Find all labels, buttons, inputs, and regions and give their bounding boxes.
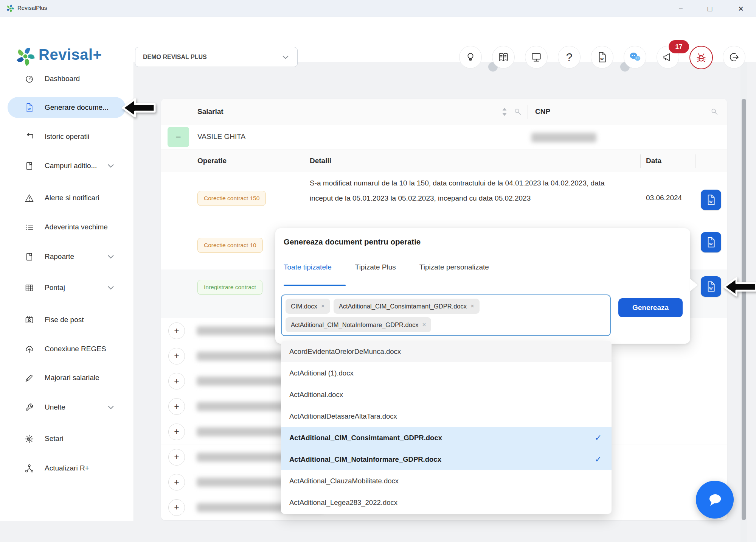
document-option-selected[interactable]: ActAditional_CIM_NotaInformare_GDPR.docx… bbox=[281, 449, 612, 470]
wrench-icon bbox=[24, 402, 34, 413]
remove-chip-icon[interactable]: × bbox=[422, 321, 426, 329]
document-option[interactable]: ActAditionalDetasareAltaTara.docx bbox=[281, 405, 612, 427]
question-icon: ? bbox=[566, 51, 573, 64]
search-icon[interactable] bbox=[514, 107, 522, 116]
column-divider bbox=[695, 154, 695, 168]
expand-row-button[interactable]: + bbox=[168, 474, 185, 491]
collapse-row-button[interactable]: − bbox=[168, 127, 189, 147]
scrollbar-thumb[interactable] bbox=[742, 99, 746, 520]
word-document-icon bbox=[705, 236, 717, 248]
chat-fab-button[interactable] bbox=[696, 481, 734, 519]
column-header-cnp[interactable]: CNP bbox=[535, 107, 550, 116]
document-option[interactable]: ActAditional_Legea283_2022.docx bbox=[281, 492, 612, 513]
selected-documents-input[interactable]: CIM.docx × ActAditional_CIM_Consimtamant… bbox=[281, 294, 611, 336]
generate-word-button[interactable] bbox=[701, 276, 721, 297]
word-document-icon bbox=[596, 51, 608, 63]
minimize-button[interactable]: − bbox=[672, 3, 689, 14]
bug-icon bbox=[695, 51, 707, 64]
logout-button[interactable] bbox=[723, 46, 745, 69]
annotation-arrow-sidebar bbox=[121, 98, 156, 118]
column-header-detalii[interactable]: Detalii bbox=[310, 157, 331, 165]
expand-row-button[interactable]: + bbox=[168, 398, 185, 415]
tab-tipizate-plus[interactable]: Tipizate Plus bbox=[355, 263, 396, 271]
operations-header-row: Operatie Detalii Data bbox=[161, 150, 727, 173]
document-option[interactable]: ActAditional.docx bbox=[281, 384, 612, 405]
word-document-icon bbox=[705, 194, 717, 206]
column-header-salariat[interactable]: Salariat bbox=[197, 107, 224, 116]
document-option[interactable]: AcordEvidentaOrelorDeMunca.docx bbox=[281, 341, 612, 362]
sidebar-item-majorari-salariale[interactable]: Majorari salariale bbox=[8, 367, 126, 388]
sidebar-item-conexiune-reges[interactable]: Conexiune REGES bbox=[8, 338, 126, 360]
expand-row-button[interactable]: + bbox=[168, 348, 185, 364]
expand-row-button[interactable]: + bbox=[168, 499, 185, 516]
app-logo-text: Revisal+ bbox=[39, 46, 102, 63]
generate-word-button[interactable] bbox=[701, 232, 721, 252]
sidebar-item-adeverinta-vechime[interactable]: Adeverinta vechime bbox=[8, 216, 126, 238]
expand-row-button[interactable]: + bbox=[168, 322, 185, 339]
sort-icon[interactable] bbox=[501, 107, 508, 117]
book-icon bbox=[497, 51, 509, 63]
sidebar-item-setari[interactable]: Setari bbox=[8, 428, 126, 449]
remote-screen-button[interactable] bbox=[525, 46, 548, 69]
remove-chip-icon[interactable]: × bbox=[470, 302, 474, 310]
cnp-value-redacted bbox=[531, 133, 596, 142]
check-icon: ✓ bbox=[595, 455, 602, 464]
remove-chip-icon[interactable]: × bbox=[321, 302, 325, 310]
chevron-down-icon bbox=[107, 283, 115, 292]
expand-row-button[interactable]: + bbox=[168, 424, 185, 440]
revisal-logo-icon bbox=[14, 45, 36, 67]
sidebar-item-campuri-aditionale[interactable]: Campuri aditio... bbox=[8, 155, 126, 176]
sidebar-item-generare-documente[interactable]: Generare docume... bbox=[8, 97, 126, 118]
speech-bubble-icon bbox=[705, 490, 725, 509]
sidebar-item-unelte[interactable]: Unelte bbox=[8, 397, 126, 418]
search-icon[interactable] bbox=[710, 107, 719, 116]
generate-document-popover: Genereaza document pentru operatie Toate… bbox=[275, 228, 690, 344]
expand-row-button[interactable]: + bbox=[168, 449, 185, 466]
report-bug-button[interactable] bbox=[689, 46, 713, 69]
chat-support-button[interactable] bbox=[624, 46, 646, 69]
column-header-operatie[interactable]: Operatie bbox=[197, 157, 227, 165]
sidebar-item-fise-de-post[interactable]: Fise de post bbox=[8, 309, 126, 330]
sidebar-item-dashboard[interactable]: Dashboard bbox=[8, 68, 126, 89]
column-header-data[interactable]: Data bbox=[646, 157, 661, 165]
documents-button[interactable] bbox=[591, 46, 613, 69]
genereaza-button[interactable]: Genereaza bbox=[618, 298, 683, 317]
operation-row[interactable]: Corectie contract 150 S-a modificat numa… bbox=[161, 172, 727, 225]
document-bookmark-icon bbox=[24, 161, 34, 171]
tab-toate-tipizatele[interactable]: Toate tipizatele bbox=[284, 263, 332, 271]
document-option[interactable]: ActAditional (1).docx bbox=[281, 362, 612, 384]
expand-row-button[interactable]: + bbox=[168, 373, 185, 389]
tips-button[interactable] bbox=[459, 46, 482, 69]
gauge-icon bbox=[24, 74, 34, 84]
help-button[interactable]: ? bbox=[558, 46, 581, 69]
company-selector[interactable]: DEMO REVISAL PLUS bbox=[135, 47, 298, 67]
check-icon: ✓ bbox=[595, 433, 602, 443]
badge-icon bbox=[24, 315, 34, 325]
tab-tipizate-personalizate[interactable]: Tipizate personalizate bbox=[419, 263, 489, 271]
document-chip: ActAditional_CIM_Consimtamant_GDPR.docx … bbox=[334, 299, 480, 314]
annotation-arrow-word-button bbox=[723, 277, 756, 297]
employee-row[interactable]: − VASILE GHITA bbox=[161, 125, 727, 150]
company-selector-value: DEMO REVISAL PLUS bbox=[143, 54, 207, 61]
document-option-selected[interactable]: ActAditional_CIM_Consimtamant_GDPR.docx … bbox=[281, 427, 612, 449]
sidebar-item-rapoarte[interactable]: Rapoarte bbox=[8, 246, 126, 267]
word-document-icon bbox=[24, 103, 34, 113]
operation-badge: Inregistrare contract bbox=[197, 280, 262, 295]
sidebar-item-alerte-notificari[interactable]: Alerte si notificari bbox=[8, 187, 126, 209]
sidebar-item-pontaj[interactable]: Pontaj bbox=[8, 277, 126, 298]
chat-bubbles-icon bbox=[628, 50, 642, 64]
popover-tabs: Toate tipizatele Tipizate Plus Tipizate … bbox=[284, 263, 683, 271]
document-option[interactable]: ActAditional_ClauzaMobilitate.docx bbox=[281, 470, 612, 492]
column-divider bbox=[265, 154, 265, 168]
generate-word-button[interactable] bbox=[701, 190, 721, 210]
molecule-icon bbox=[24, 463, 34, 473]
pen-icon bbox=[24, 373, 34, 383]
popover-callout-arrow bbox=[690, 279, 698, 291]
maximize-button[interactable]: □ bbox=[702, 3, 718, 14]
sidebar-item-istoric-operatii[interactable]: Istoric operatii bbox=[8, 126, 126, 147]
employee-name-redacted bbox=[197, 478, 293, 487]
employee-name: VASILE GHITA bbox=[197, 132, 245, 141]
sidebar-item-actualizari[interactable]: Actualizari R+ bbox=[8, 458, 126, 479]
guide-button[interactable] bbox=[492, 46, 515, 69]
close-button[interactable]: × bbox=[733, 3, 749, 14]
